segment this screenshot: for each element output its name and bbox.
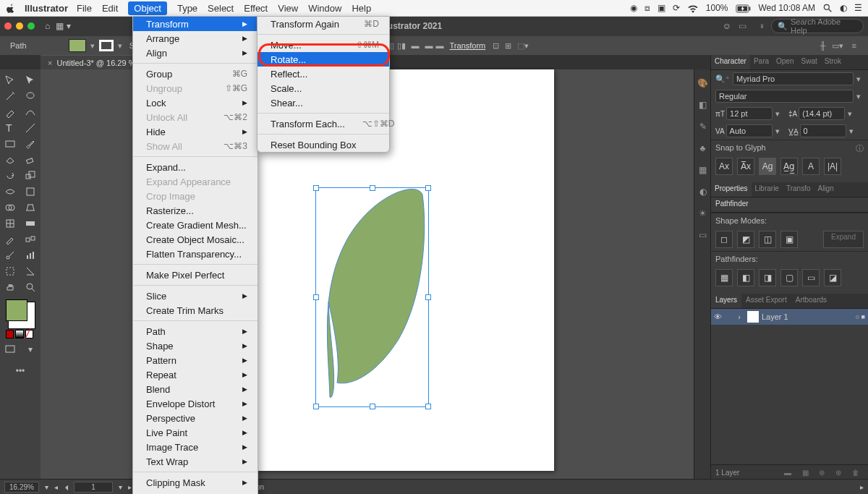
menu-type[interactable]: Type — [177, 3, 197, 14]
help-icon[interactable]: ♀ — [759, 21, 765, 31]
visibility-icon[interactable]: 👁 — [714, 312, 726, 321]
font-style-field[interactable]: Regular — [715, 90, 854, 103]
exclude-btn[interactable]: ▣ — [780, 231, 798, 248]
tab-align[interactable]: Align — [814, 182, 837, 197]
object-menu-item-pattern[interactable]: Pattern▶ — [133, 353, 258, 367]
expand-layer-icon[interactable]: › — [734, 312, 744, 321]
font-size-dd[interactable]: ▾ — [773, 109, 783, 119]
object-menu-item-create-object-mosaic-[interactable]: Create Object Mosaic... — [133, 232, 258, 247]
object-menu-item-shape[interactable]: Shape▶ — [133, 338, 258, 353]
control-center-icon[interactable]: ☰ — [854, 3, 862, 13]
scale-tool[interactable] — [20, 168, 41, 184]
siri-icon[interactable]: ◐ — [840, 3, 847, 13]
tracking-field[interactable]: 0 — [800, 124, 846, 137]
rotate-tool[interactable] — [0, 168, 20, 184]
object-menu-item-expand-[interactable]: Expand... — [133, 160, 258, 174]
tab-artboards[interactable]: Artboards — [791, 294, 831, 308]
tab-libraries[interactable]: Librarie — [752, 182, 783, 197]
zoom-window-button[interactable] — [27, 22, 35, 30]
layer-thumb[interactable] — [747, 311, 759, 323]
object-menu-item-live-paint[interactable]: Live Paint▶ — [133, 425, 258, 440]
artboard-first[interactable]: ⏴ — [64, 483, 71, 491]
artboard-dd[interactable]: ▾ — [119, 483, 122, 491]
zoom-field[interactable]: 16.29% — [4, 482, 39, 493]
object-menu-item-rasterize-[interactable]: Rasterize... — [133, 203, 258, 218]
transparency-panel-icon[interactable]: ☀ — [694, 203, 711, 224]
eraser-tool[interactable] — [20, 152, 41, 168]
help-search[interactable]: 🔍 Search Adobe Help — [771, 19, 864, 33]
transform-link[interactable]: Transform — [446, 41, 490, 50]
font-search-icon[interactable]: 🔍⁺ — [715, 74, 730, 84]
eyedropper-tool[interactable] — [0, 231, 20, 247]
graph-tool[interactable] — [20, 247, 41, 263]
object-menu-item-group[interactable]: Group⌘G — [133, 67, 258, 81]
fill-color[interactable] — [6, 299, 27, 321]
artboard-tool[interactable] — [0, 263, 20, 279]
menu-object[interactable]: Object — [128, 1, 167, 15]
transform-submenu-item-rotate-[interactable]: Rotate... — [258, 52, 389, 67]
kerning-field[interactable]: Auto — [726, 124, 773, 137]
object-menu-item-flatten-transparency-[interactable]: Flatten Transparency... — [133, 247, 258, 261]
symbol-sprayer-tool[interactable] — [0, 247, 20, 263]
slice-tool[interactable] — [20, 263, 41, 279]
color-panel-icon[interactable]: 🎨 — [694, 72, 711, 94]
info-icon[interactable]: ⓘ — [856, 143, 864, 154]
cc-icon[interactable]: ◉ — [630, 3, 637, 13]
trim-btn[interactable]: ◧ — [737, 269, 754, 286]
sync-icon[interactable]: ⟳ — [673, 3, 680, 13]
artboard-nav[interactable]: 1 — [74, 482, 113, 493]
edit-toolbar[interactable]: ••• — [0, 363, 41, 379]
glyph-btn-5[interactable]: A — [802, 158, 820, 175]
color-mode-buttons[interactable]: ╱ — [6, 330, 35, 338]
outline-btn[interactable]: ▭ — [802, 269, 820, 286]
object-menu-item-lock[interactable]: Lock▶ — [133, 95, 258, 110]
object-menu-item-slice[interactable]: Slice▶ — [133, 289, 258, 303]
menu-select[interactable]: Select — [208, 3, 234, 14]
stroke-swatch[interactable] — [99, 40, 114, 51]
document-tab[interactable]: × Untitled-3* @ 16.29 % — [41, 55, 142, 70]
font-style-dd[interactable]: ▾ — [854, 92, 864, 101]
apple-icon[interactable] — [6, 2, 16, 14]
glyph-btn-3[interactable]: Ag — [759, 158, 776, 175]
object-menu-item-perspective[interactable]: Perspective▶ — [133, 411, 258, 425]
tab-transform[interactable]: Transfo — [783, 182, 814, 197]
screen-mode[interactable] — [0, 341, 20, 357]
font-family-dd[interactable]: ▾ — [854, 74, 864, 84]
layer-name[interactable]: Layer 1 — [762, 312, 788, 321]
menu-effect[interactable]: Effect — [244, 3, 268, 14]
zoom-dd[interactable]: ▾ — [45, 483, 48, 491]
type-tool[interactable]: T — [0, 120, 20, 136]
free-transform-tool[interactable] — [20, 184, 41, 200]
artboard-next[interactable]: ▸ — [128, 483, 132, 491]
pen-tool[interactable] — [0, 104, 20, 120]
curvature-tool[interactable] — [20, 104, 41, 120]
display-icon[interactable]: ▣ — [658, 3, 665, 13]
lasso-tool[interactable] — [20, 88, 41, 104]
object-menu-item-envelope-distort[interactable]: Envelope Distort▶ — [133, 396, 258, 411]
menu-file[interactable]: File — [77, 3, 92, 14]
tab-opentype[interactable]: Open — [773, 55, 797, 69]
status-nav[interactable]: ▸ — [860, 483, 864, 491]
gradient-panel-icon[interactable]: ▭ — [694, 224, 711, 246]
leading-field[interactable]: (14.4 pt) — [799, 107, 845, 120]
tab-properties[interactable]: Properties — [711, 182, 752, 197]
object-menu-item-make-pixel-perfect[interactable]: Make Pixel Perfect — [133, 268, 258, 282]
crop-btn[interactable]: ▢ — [780, 269, 798, 286]
tab-layers[interactable]: Layers — [711, 294, 741, 308]
minimize-window-button[interactable] — [16, 22, 23, 30]
tab-pathfinder[interactable]: Pathfinder — [711, 197, 753, 212]
transform-submenu-item-transform-again[interactable]: Transform Again⌘D — [258, 17, 389, 31]
transform-submenu-item-shear-[interactable]: Shear... — [258, 95, 389, 110]
appearance-panel-icon[interactable]: ◧ — [694, 94, 711, 116]
paintbrush-tool[interactable] — [20, 136, 41, 152]
brushes-panel-icon[interactable]: ✎ — [694, 116, 711, 137]
fill-stroke-swatch[interactable] — [6, 299, 35, 328]
dropbox-icon[interactable]: ⧈ — [644, 3, 650, 13]
perspective-grid-tool[interactable] — [20, 200, 41, 216]
selection-bounding-box[interactable] — [315, 187, 429, 407]
glyph-btn-6[interactable]: |A| — [824, 158, 841, 175]
object-menu-item-create-trim-marks[interactable]: Create Trim Marks — [133, 303, 258, 318]
menu-edit[interactable]: Edit — [102, 3, 118, 14]
object-menu-item-image-trace[interactable]: Image Trace▶ — [133, 440, 258, 454]
object-menu-item-text-wrap[interactable]: Text Wrap▶ — [133, 454, 258, 469]
